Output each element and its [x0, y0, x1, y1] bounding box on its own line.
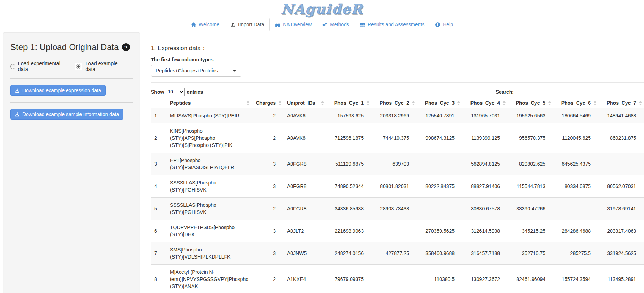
radio-button-icon [76, 64, 81, 69]
uniprot-cell: A1KXE4 [284, 265, 326, 293]
download-example-expression-data-button[interactable]: Download example expression data [10, 85, 106, 96]
column-header-phos-cyc-4[interactable]: Phos_Cyc_4 [462, 98, 508, 108]
column-header-phos-cyc-5[interactable]: Phos_Cyc_5 [508, 98, 553, 108]
column-header-label: Charges [256, 100, 276, 106]
row-index-cell: 5 [151, 198, 166, 220]
upload-panel: Step 1: Upload Original Data ? Load expe… [3, 32, 140, 293]
chevron-down-icon [233, 70, 236, 72]
tab-label: Results and Assessments [368, 22, 424, 27]
value-cell: 80801.82031 [371, 175, 417, 198]
tab-results-and-assessments[interactable]: Results and Assessments [354, 18, 430, 31]
tab-label: Import Data [238, 22, 264, 27]
charge-cell: 3 [252, 175, 284, 198]
sort-icon [247, 101, 249, 105]
charge-cell: 3 [252, 242, 284, 265]
value-cell: 860231.875 [599, 123, 644, 153]
radio-focus-ring [75, 63, 82, 70]
value-cell: 157593.625 [326, 108, 371, 123]
radio-load-example-data[interactable]: Load example data [75, 61, 123, 72]
charge-cell: 3 [252, 220, 284, 242]
column-header-label: Phos_Cyc_2 [380, 100, 409, 106]
tab-methods[interactable]: Methods [317, 18, 354, 31]
column-header-peptides[interactable]: Peptides [166, 98, 252, 108]
sort-icon [279, 101, 281, 105]
download-icon [15, 88, 20, 93]
value-cell: 956570.375 [508, 123, 553, 153]
column-header-label: Uniprot_IDs [287, 100, 315, 106]
download-buttons: Download example expression dataDownload… [10, 78, 133, 120]
peptide-cell: EPT[Phospho (STY)]PSIASDISLPIATQELR [166, 153, 252, 175]
value-cell: 511129.6875 [326, 153, 371, 175]
column-header-uniprot-ids[interactable]: Uniprot_IDs [284, 98, 326, 108]
value-cell: 427877.25 [371, 242, 417, 265]
search-input[interactable] [517, 87, 644, 96]
value-cell: 113495.2891 [599, 265, 644, 293]
page-length-control: Show 10 entries [151, 88, 203, 96]
radio-label: Load experimental data [18, 61, 66, 72]
value-cell: 744410.375 [371, 123, 417, 153]
peptide-cell: MLISAVS[Phospho (STY)]PEIR [166, 108, 252, 123]
peptide-cell: SSSSLLAS[Phospho (STY)]PGHISVK [166, 175, 252, 198]
page-size-select[interactable]: 10 [166, 88, 185, 96]
value-cell: 79679.09375 [326, 265, 371, 293]
tab-na-overview[interactable]: NA Overview [270, 18, 317, 31]
value-cell [371, 265, 417, 293]
column-types-label: The first few column types: [151, 57, 644, 62]
value-cell: 34336.85938 [326, 198, 371, 220]
uniprot-cell: A0FGR8 [284, 175, 326, 198]
radio-label: Load example data [85, 61, 123, 72]
value-cell: 352716.75 [508, 242, 553, 265]
value-cell: 358460.9688 [417, 242, 462, 265]
uniprot-cell: A0FGR8 [284, 153, 326, 175]
value-cell: 221698.9063 [326, 220, 371, 242]
column-header-phos-cyc-7[interactable]: Phos_Cyc_7 [599, 98, 644, 108]
download-example-sample-information-data-button[interactable]: Download example sample information data [10, 109, 123, 120]
tab-import-data[interactable]: Import Data [225, 18, 270, 31]
table-icon [360, 22, 365, 27]
tab-help[interactable]: Help [430, 18, 458, 31]
tab-welcome[interactable]: Welcome [186, 18, 225, 31]
app-logo: NAguideR [281, 1, 363, 17]
column-header-charges[interactable]: Charges [252, 98, 284, 108]
column-types-select[interactable]: Peptides+Charges+Proteins [151, 65, 241, 77]
value-cell: 312614.5938 [462, 220, 508, 242]
question-circle-icon[interactable]: ? [122, 43, 130, 51]
section-title: 1. Expression data： [151, 45, 644, 52]
value-cell [371, 220, 417, 242]
value-cell: 1139399.125 [462, 123, 508, 153]
value-cell: 639703 [371, 153, 417, 175]
column-header-phos-cyc-1[interactable]: Phos_Cyc_1 [326, 98, 371, 108]
uniprot-cell: A0FGR8 [284, 198, 326, 220]
value-cell: 270359.5625 [417, 220, 462, 242]
gears-icon [322, 22, 327, 27]
table-row: 1MLISAVS[Phospho (STY)]PEIR2A0AVK6157593… [151, 108, 644, 123]
upload-icon [230, 22, 236, 27]
column-header-phos-cyc-6[interactable]: Phos_Cyc_6 [553, 98, 599, 108]
column-types-value: Peptides+Charges+Proteins [156, 68, 218, 73]
charge-cell: 2 [252, 198, 284, 220]
column-header-phos-cyc-3[interactable]: Phos_Cyc_3 [417, 98, 462, 108]
charge-cell: 2 [252, 123, 284, 153]
table-row: 5SSSSLLAS[Phospho (STY)]PGHISVK2A0FGR834… [151, 198, 644, 220]
value-cell: 88827.91406 [462, 175, 508, 198]
nav-item: Methods [317, 18, 354, 32]
value-cell: 195625.6563 [508, 108, 553, 123]
column-header-phos-cyc-2[interactable]: Phos_Cyc_2 [371, 98, 417, 108]
row-index-cell: 1 [151, 108, 166, 123]
radio-load-experimental-data[interactable]: Load experimental data [10, 61, 66, 72]
tab-label: Welcome [199, 22, 219, 27]
info-icon [435, 22, 440, 27]
row-index-cell: 4 [151, 175, 166, 198]
value-cell: 82461.96094 [508, 265, 553, 293]
column-header-index [151, 98, 166, 108]
nav-item: Results and Assessments [354, 18, 430, 32]
sort-icon [412, 101, 415, 105]
button-label: Download example expression data [22, 88, 101, 93]
tab-label: Help [443, 22, 453, 27]
value-cell: 562894.8125 [462, 153, 508, 175]
content-area: Step 1: Upload Original Data ? Load expe… [0, 32, 644, 293]
value-cell [553, 198, 599, 220]
value-cell: 345215.25 [508, 220, 553, 242]
value-cell: 285275.5 [553, 242, 599, 265]
expression-data-table: PeptidesChargesUniprot_IDsPhos_Cyc_1Phos… [151, 98, 644, 293]
